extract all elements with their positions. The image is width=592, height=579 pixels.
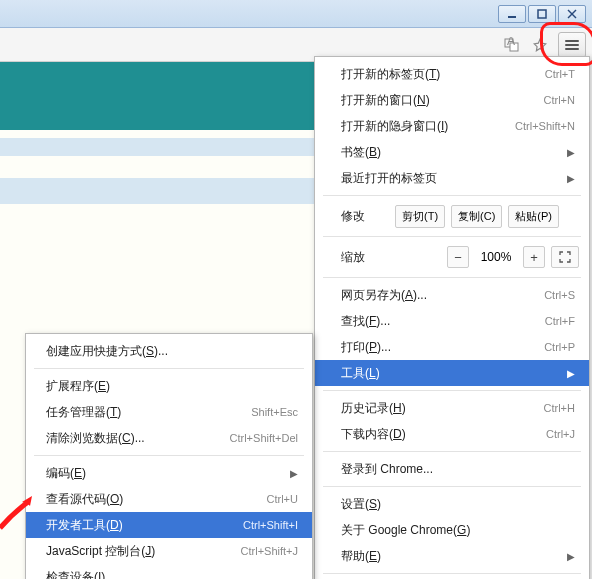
menu-history[interactable]: 历史记录(H) Ctrl+H — [315, 395, 589, 421]
menu-shortcut: Ctrl+Shift+N — [515, 120, 575, 132]
submenu-inspect-devices[interactable]: 检查设备(I) — [26, 564, 312, 579]
page-strip — [0, 138, 315, 156]
menu-separator — [323, 451, 581, 452]
menu-label: 检查设备(I) — [46, 569, 105, 580]
menu-separator — [34, 368, 304, 369]
page-strip — [0, 178, 315, 204]
menu-shortcut: Ctrl+H — [544, 402, 575, 414]
menu-about[interactable]: 关于 Google Chrome(G) — [315, 517, 589, 543]
submenu-arrow-icon: ▶ — [567, 368, 575, 379]
zoom-value: 100% — [475, 250, 517, 264]
translate-icon[interactable]: A — [502, 35, 522, 55]
menu-separator — [323, 277, 581, 278]
copy-button[interactable]: 复制(C) — [451, 205, 502, 228]
main-menu-button[interactable] — [558, 32, 586, 58]
menu-bookmarks[interactable]: 书签(B) ▶ — [315, 139, 589, 165]
menu-separator — [323, 195, 581, 196]
menu-shortcut: Ctrl+Shift+I — [243, 519, 298, 531]
menu-label: 任务管理器(T) — [46, 404, 121, 421]
menu-label: 创建应用快捷方式(S)... — [46, 343, 168, 360]
menu-new-window[interactable]: 打开新的窗口(N) Ctrl+N — [315, 87, 589, 113]
cut-button[interactable]: 剪切(T) — [395, 205, 445, 228]
menu-label: 设置(S) — [341, 496, 381, 513]
menu-separator — [323, 236, 581, 237]
page-header-block — [0, 62, 315, 130]
menu-label: 打开新的隐身窗口(I) — [341, 118, 448, 135]
paste-button[interactable]: 粘贴(P) — [508, 205, 559, 228]
menu-zoom-row: 缩放 − 100% + — [315, 241, 589, 273]
zoom-out-button[interactable]: − — [447, 246, 469, 268]
close-button[interactable] — [558, 5, 586, 23]
menu-print[interactable]: 打印(P)... Ctrl+P — [315, 334, 589, 360]
menu-new-tab[interactable]: 打开新的标签页(T) Ctrl+T — [315, 61, 589, 87]
minimize-button[interactable] — [498, 5, 526, 23]
menu-shortcut: Shift+Esc — [251, 406, 298, 418]
maximize-button[interactable] — [528, 5, 556, 23]
svg-text:A: A — [507, 37, 515, 48]
menu-separator — [323, 390, 581, 391]
submenu-clear-data[interactable]: 清除浏览数据(C)... Ctrl+Shift+Del — [26, 425, 312, 451]
svg-rect-1 — [538, 10, 546, 18]
menu-shortcut: Ctrl+F — [545, 315, 575, 327]
menu-tools[interactable]: 工具(L) ▶ — [315, 360, 589, 386]
menu-label: 扩展程序(E) — [46, 378, 110, 395]
menu-separator — [323, 486, 581, 487]
menu-label: 开发者工具(D) — [46, 517, 123, 534]
menu-edit-row: 修改 剪切(T) 复制(C) 粘贴(P) — [315, 200, 589, 232]
menu-shortcut: Ctrl+T — [545, 68, 575, 80]
menu-label: 查看源代码(O) — [46, 491, 123, 508]
menu-settings[interactable]: 设置(S) — [315, 491, 589, 517]
menu-incognito[interactable]: 打开新的隐身窗口(I) Ctrl+Shift+N — [315, 113, 589, 139]
menu-label: 登录到 Chrome... — [341, 461, 433, 478]
submenu-js-console[interactable]: JavaScript 控制台(J) Ctrl+Shift+J — [26, 538, 312, 564]
menu-save-as[interactable]: 网页另存为(A)... Ctrl+S — [315, 282, 589, 308]
submenu-arrow-icon: ▶ — [290, 468, 298, 479]
zoom-in-button[interactable]: + — [523, 246, 545, 268]
menu-separator — [323, 573, 581, 574]
menu-signin[interactable]: 登录到 Chrome... — [315, 456, 589, 482]
tools-submenu: 创建应用快捷方式(S)... 扩展程序(E) 任务管理器(T) Shift+Es… — [25, 333, 313, 579]
submenu-devtools[interactable]: 开发者工具(D) Ctrl+Shift+I — [26, 512, 312, 538]
menu-separator — [34, 455, 304, 456]
submenu-create-shortcuts[interactable]: 创建应用快捷方式(S)... — [26, 338, 312, 364]
menu-find[interactable]: 查找(F)... Ctrl+F — [315, 308, 589, 334]
submenu-task-manager[interactable]: 任务管理器(T) Shift+Esc — [26, 399, 312, 425]
menu-label: 网页另存为(A)... — [341, 287, 427, 304]
menu-shortcut: Ctrl+P — [544, 341, 575, 353]
submenu-arrow-icon: ▶ — [567, 173, 575, 184]
menu-shortcut: Ctrl+S — [544, 289, 575, 301]
menu-label: JavaScript 控制台(J) — [46, 543, 155, 560]
main-menu: 打开新的标签页(T) Ctrl+T 打开新的窗口(N) Ctrl+N 打开新的隐… — [314, 56, 590, 579]
menu-label: 工具(L) — [341, 365, 380, 382]
bookmark-star-icon[interactable] — [530, 35, 550, 55]
menu-label: 帮助(E) — [341, 548, 381, 565]
menu-label: 清除浏览数据(C)... — [46, 430, 145, 447]
menu-label: 修改 — [341, 208, 389, 225]
menu-help[interactable]: 帮助(E) ▶ — [315, 543, 589, 569]
menu-label: 历史记录(H) — [341, 400, 406, 417]
menu-label: 查找(F)... — [341, 313, 390, 330]
menu-label: 关于 Google Chrome(G) — [341, 522, 470, 539]
menu-label: 编码(E) — [46, 465, 86, 482]
menu-shortcut: Ctrl+U — [267, 493, 298, 505]
menu-shortcut: Ctrl+J — [546, 428, 575, 440]
menu-label: 打开新的窗口(N) — [341, 92, 430, 109]
menu-shortcut: Ctrl+N — [544, 94, 575, 106]
submenu-extensions[interactable]: 扩展程序(E) — [26, 373, 312, 399]
window-titlebar — [0, 0, 592, 28]
submenu-encoding[interactable]: 编码(E) ▶ — [26, 460, 312, 486]
submenu-arrow-icon: ▶ — [567, 551, 575, 562]
menu-shortcut: Ctrl+Shift+Del — [230, 432, 298, 444]
menu-label: 最近打开的标签页 — [341, 170, 437, 187]
menu-label: 打印(P)... — [341, 339, 391, 356]
menu-downloads[interactable]: 下载内容(D) Ctrl+J — [315, 421, 589, 447]
menu-label: 打开新的标签页(T) — [341, 66, 440, 83]
menu-recent-tabs[interactable]: 最近打开的标签页 ▶ — [315, 165, 589, 191]
hamburger-icon — [565, 40, 579, 50]
menu-label: 书签(B) — [341, 144, 381, 161]
menu-shortcut: Ctrl+Shift+J — [241, 545, 298, 557]
menu-label: 下载内容(D) — [341, 426, 406, 443]
fullscreen-button[interactable] — [551, 246, 579, 268]
menu-label: 缩放 — [341, 249, 389, 266]
submenu-view-source[interactable]: 查看源代码(O) Ctrl+U — [26, 486, 312, 512]
